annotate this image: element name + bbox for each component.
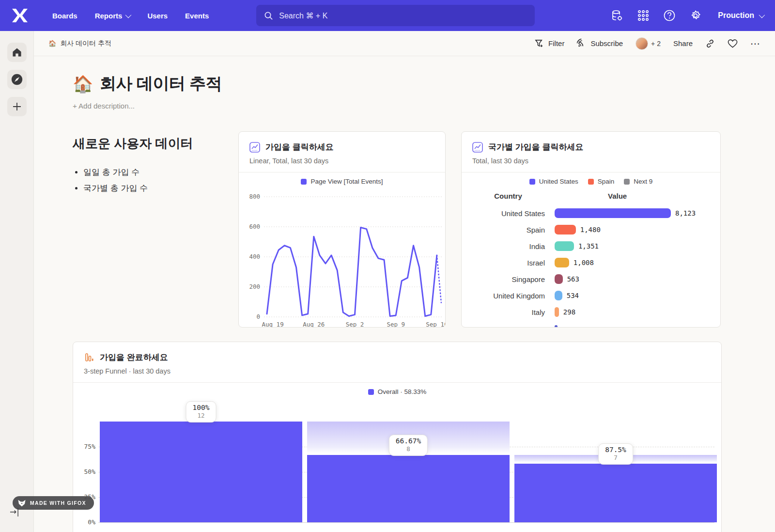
page-title-text: 회사 데이터 추적: [100, 73, 222, 95]
add-board-button[interactable]: [7, 97, 27, 116]
copy-link-button[interactable]: [705, 39, 715, 48]
nav-item-users[interactable]: Users: [140, 7, 174, 25]
country-value: 1,480: [580, 226, 601, 234]
x-axis-tick: Sep 2: [346, 321, 364, 328]
breadcrumb-title: 회사 데이터 추적: [60, 39, 111, 48]
more-menu-button[interactable]: ⋯: [750, 38, 760, 49]
country-rows: United States8,123Spain1,480India1,351Is…: [462, 205, 720, 328]
country-bar: [555, 208, 671, 218]
table-row[interactable]: United Kingdom534: [462, 287, 720, 304]
avatar: [636, 37, 648, 50]
rss-icon: [577, 39, 586, 48]
country-label: United Kingdom: [462, 292, 545, 300]
country-value: 1,008: [574, 259, 594, 266]
card-subtitle: Linear, Total, last 30 days: [249, 157, 434, 165]
gifox-label: MADE WITH GIFOX: [30, 500, 86, 506]
help-icon[interactable]: [659, 5, 680, 26]
project-name: Prouction: [718, 11, 754, 20]
nav-label: Users: [147, 12, 168, 20]
funnel-plot[interactable]: 75%50%25%0%100%1266.67%887.5%7: [73, 397, 721, 532]
apps-grid-icon[interactable]: [633, 5, 654, 26]
country-bar: [555, 291, 562, 300]
x-axis-tick: Sep 9: [387, 321, 405, 328]
country-value: 563: [567, 275, 579, 283]
country-bar: [555, 325, 558, 328]
step-conversion-pct: 100%: [193, 404, 210, 411]
legend-item[interactable]: Spain: [588, 178, 615, 185]
legend-item[interactable]: United States: [529, 178, 578, 185]
chevron-down-icon: [759, 12, 765, 18]
country-bar-card[interactable]: 국가별 가입을 클릭하세요 Total, last 30 days United…: [461, 131, 721, 328]
page-title: 🏠 회사 데이터 추적: [73, 73, 760, 95]
project-switcher[interactable]: Prouction: [718, 11, 763, 20]
country-label: India: [462, 242, 545, 250]
filter-button[interactable]: Filter: [535, 39, 564, 48]
country-bar: [555, 225, 576, 235]
plus-icon: [12, 101, 22, 112]
nav-item-events[interactable]: Events: [178, 7, 216, 25]
left-sidebar: [0, 31, 34, 532]
y-axis-tick: 75%: [73, 443, 95, 450]
funnel-step-bar[interactable]: [514, 455, 717, 522]
discover-button[interactable]: [7, 70, 27, 89]
search-input[interactable]: Search ⌘ + K: [256, 5, 535, 26]
collaborators[interactable]: + 2: [636, 37, 661, 50]
data-management-icon[interactable]: [606, 5, 628, 26]
filter-funnel-icon: [535, 39, 544, 48]
country-label: United States: [462, 209, 545, 218]
x-axis-tick: Aug 19: [262, 321, 284, 328]
funnel-step-tooltip: 66.67%8: [389, 435, 428, 456]
search-icon: [264, 11, 273, 20]
table-row[interactable]: India1,351: [462, 238, 720, 254]
table-row[interactable]: Singapore563: [462, 271, 720, 287]
share-button[interactable]: Share: [673, 39, 693, 47]
legend-item[interactable]: Next 9: [624, 178, 652, 185]
funnel-bar-fill: [307, 455, 510, 522]
nav-item-boards[interactable]: Boards: [46, 7, 84, 25]
table-row[interactable]: United States8,123: [462, 205, 720, 221]
legend-label: Overall · 58.33%: [378, 388, 427, 395]
filter-label: Filter: [548, 39, 564, 47]
funnel-card[interactable]: 가입을 완료하세요 3-step Funnel · last 30 days O…: [73, 342, 722, 532]
funnel-step-bar[interactable]: [100, 422, 302, 522]
table-row[interactable]: Israel1,008: [462, 254, 720, 271]
line-chart-icon: [472, 142, 483, 153]
text-widget-heading: 새로운 사용자 데이터: [73, 135, 223, 152]
y-axis-tick: 0: [256, 313, 260, 320]
country-value: 8,123: [675, 209, 696, 217]
y-axis-tick: 200: [249, 283, 260, 290]
funnel-legend: Overall · 58.33%: [73, 388, 721, 395]
nav-item-reports[interactable]: Reports: [88, 7, 137, 25]
subscribe-label: Subscribe: [590, 39, 623, 47]
favorite-button[interactable]: [728, 39, 738, 48]
card-title: 국가별 가입을 클릭하세요: [488, 141, 583, 153]
line-chart-plot[interactable]: 0200400600800Aug 19Aug 26Sep 2Sep 9Sep 1…: [239, 185, 446, 328]
card-subtitle: 3-step Funnel · last 30 days: [84, 367, 711, 375]
top-navigation: Boards Reports Users Events Search ⌘ + K…: [0, 0, 775, 31]
country-label: Spain: [462, 226, 545, 234]
board-emoji: 🏠: [48, 40, 56, 47]
table-row[interactable]: Spain1,480: [462, 221, 720, 238]
country-legend: United StatesSpainNext 9: [462, 178, 720, 185]
page-title-emoji: 🏠: [73, 74, 93, 94]
nav-label: Events: [185, 12, 209, 20]
subscribe-button[interactable]: Subscribe: [577, 39, 623, 48]
fox-icon: [17, 500, 26, 507]
add-description-button[interactable]: + Add description...: [73, 102, 760, 110]
text-widget[interactable]: 새로운 사용자 데이터 일일 총 가입 수 국가별 총 가입 수: [73, 131, 223, 328]
table-row[interactable]: Italy298: [462, 304, 720, 320]
line-chart-card[interactable]: 가입을 클릭하세요 Linear, Total, last 30 days Pa…: [238, 131, 446, 328]
legend-swatch: [624, 179, 630, 185]
y-axis-tick: 800: [249, 193, 260, 200]
share-label: Share: [673, 39, 693, 47]
line-chart-legend: Page View [Total Events]: [239, 178, 445, 185]
settings-gear-icon[interactable]: [685, 5, 706, 26]
home-button[interactable]: [7, 43, 27, 62]
x-axis-tick: Aug 26: [303, 321, 325, 328]
breadcrumb[interactable]: 🏠 회사 데이터 추적: [48, 39, 111, 48]
table-row-partial: [462, 320, 720, 328]
mixpanel-logo[interactable]: [12, 8, 28, 23]
compass-icon: [11, 73, 23, 86]
heart-icon: [728, 39, 738, 48]
collapse-sidebar-icon[interactable]: →|: [10, 507, 19, 516]
